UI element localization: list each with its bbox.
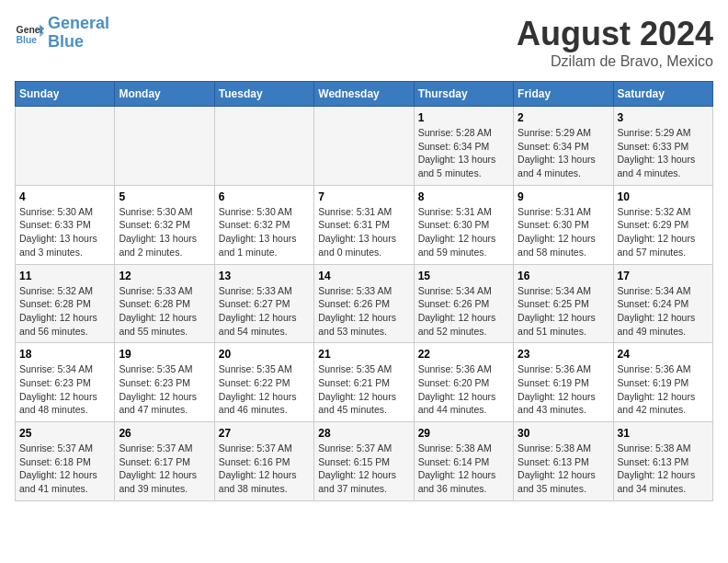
- day-info: Sunrise: 5:37 AM Sunset: 6:15 PM Dayligh…: [318, 442, 409, 496]
- day-number: 25: [19, 427, 110, 440]
- table-row: 17Sunrise: 5:34 AM Sunset: 6:24 PM Dayli…: [613, 264, 712, 343]
- table-row: 6Sunrise: 5:30 AM Sunset: 6:32 PM Daylig…: [214, 185, 313, 264]
- table-row: 21Sunrise: 5:35 AM Sunset: 6:21 PM Dayli…: [314, 343, 414, 422]
- day-number: 13: [219, 270, 310, 282]
- table-row: 16Sunrise: 5:34 AM Sunset: 6:25 PM Dayli…: [514, 264, 613, 343]
- calendar-week-row: 18Sunrise: 5:34 AM Sunset: 6:23 PM Dayli…: [16, 343, 713, 422]
- table-row: 10Sunrise: 5:32 AM Sunset: 6:29 PM Dayli…: [613, 185, 712, 264]
- day-info: Sunrise: 5:34 AM Sunset: 6:26 PM Dayligh…: [418, 284, 509, 339]
- day-info: Sunrise: 5:33 AM Sunset: 6:28 PM Dayligh…: [119, 284, 210, 339]
- day-info: Sunrise: 5:37 AM Sunset: 6:17 PM Dayligh…: [119, 442, 210, 496]
- day-info: Sunrise: 5:35 AM Sunset: 6:22 PM Dayligh…: [219, 362, 310, 417]
- table-row: 9Sunrise: 5:31 AM Sunset: 6:30 PM Daylig…: [514, 185, 613, 264]
- table-row: 23Sunrise: 5:36 AM Sunset: 6:19 PM Dayli…: [514, 343, 613, 422]
- day-number: 26: [119, 427, 210, 440]
- table-row: 5Sunrise: 5:30 AM Sunset: 6:32 PM Daylig…: [115, 185, 214, 264]
- day-number: 3: [618, 111, 709, 124]
- table-row: [314, 107, 414, 186]
- table-row: 30Sunrise: 5:38 AM Sunset: 6:13 PM Dayli…: [514, 422, 613, 501]
- table-row: 14Sunrise: 5:33 AM Sunset: 6:26 PM Dayli…: [314, 264, 414, 343]
- day-number: 4: [19, 190, 110, 203]
- logo: General Blue General Blue: [15, 15, 109, 52]
- day-number: 28: [318, 427, 409, 440]
- day-number: 29: [418, 427, 509, 440]
- day-info: Sunrise: 5:38 AM Sunset: 6:13 PM Dayligh…: [518, 442, 609, 496]
- table-row: 19Sunrise: 5:35 AM Sunset: 6:23 PM Dayli…: [115, 343, 214, 422]
- table-row: 18Sunrise: 5:34 AM Sunset: 6:23 PM Dayli…: [16, 343, 115, 422]
- day-info: Sunrise: 5:36 AM Sunset: 6:19 PM Dayligh…: [518, 362, 609, 417]
- table-row: 3Sunrise: 5:29 AM Sunset: 6:33 PM Daylig…: [613, 107, 712, 186]
- day-info: Sunrise: 5:28 AM Sunset: 6:34 PM Dayligh…: [418, 126, 509, 180]
- day-number: 21: [318, 348, 409, 361]
- day-number: 24: [618, 348, 709, 361]
- day-info: Sunrise: 5:30 AM Sunset: 6:32 PM Dayligh…: [219, 205, 310, 259]
- day-number: 27: [219, 427, 310, 440]
- table-row: [214, 107, 313, 186]
- table-row: 27Sunrise: 5:37 AM Sunset: 6:16 PM Dayli…: [214, 422, 313, 501]
- day-info: Sunrise: 5:34 AM Sunset: 6:24 PM Dayligh…: [618, 284, 709, 339]
- logo-icon: General Blue: [15, 18, 44, 48]
- calendar-week-row: 25Sunrise: 5:37 AM Sunset: 6:18 PM Dayli…: [16, 422, 713, 501]
- day-info: Sunrise: 5:30 AM Sunset: 6:33 PM Dayligh…: [19, 205, 110, 259]
- day-number: 5: [119, 190, 210, 203]
- table-row: 7Sunrise: 5:31 AM Sunset: 6:31 PM Daylig…: [314, 185, 414, 264]
- day-number: 23: [518, 348, 609, 361]
- table-row: 8Sunrise: 5:31 AM Sunset: 6:30 PM Daylig…: [414, 185, 513, 264]
- day-info: Sunrise: 5:33 AM Sunset: 6:26 PM Dayligh…: [318, 284, 409, 339]
- day-info: Sunrise: 5:36 AM Sunset: 6:19 PM Dayligh…: [618, 362, 709, 417]
- table-row: 1Sunrise: 5:28 AM Sunset: 6:34 PM Daylig…: [414, 107, 513, 186]
- page-header: General Blue General Blue August 2024 Dz…: [15, 15, 713, 70]
- day-info: Sunrise: 5:37 AM Sunset: 6:18 PM Dayligh…: [19, 442, 110, 496]
- day-info: Sunrise: 5:32 AM Sunset: 6:29 PM Dayligh…: [618, 205, 709, 259]
- day-info: Sunrise: 5:37 AM Sunset: 6:16 PM Dayligh…: [219, 442, 310, 496]
- day-info: Sunrise: 5:29 AM Sunset: 6:33 PM Dayligh…: [618, 126, 709, 180]
- header-saturday: Saturday: [613, 82, 712, 107]
- location-subtitle: Dzilam de Bravo, Mexico: [517, 53, 713, 70]
- day-number: 6: [219, 190, 310, 203]
- day-info: Sunrise: 5:34 AM Sunset: 6:25 PM Dayligh…: [518, 284, 609, 339]
- day-info: Sunrise: 5:38 AM Sunset: 6:13 PM Dayligh…: [618, 442, 709, 496]
- day-number: 12: [119, 270, 210, 282]
- day-info: Sunrise: 5:32 AM Sunset: 6:28 PM Dayligh…: [19, 284, 110, 339]
- calendar-table: Sunday Monday Tuesday Wednesday Thursday…: [15, 81, 713, 501]
- day-number: 20: [219, 348, 310, 361]
- day-number: 19: [119, 348, 210, 361]
- table-row: 4Sunrise: 5:30 AM Sunset: 6:33 PM Daylig…: [16, 185, 115, 264]
- table-row: 25Sunrise: 5:37 AM Sunset: 6:18 PM Dayli…: [16, 422, 115, 501]
- table-row: 22Sunrise: 5:36 AM Sunset: 6:20 PM Dayli…: [414, 343, 513, 422]
- day-number: 7: [318, 190, 409, 203]
- table-row: 24Sunrise: 5:36 AM Sunset: 6:19 PM Dayli…: [613, 343, 712, 422]
- table-row: 31Sunrise: 5:38 AM Sunset: 6:13 PM Dayli…: [613, 422, 712, 501]
- table-row: 11Sunrise: 5:32 AM Sunset: 6:28 PM Dayli…: [16, 264, 115, 343]
- day-info: Sunrise: 5:31 AM Sunset: 6:30 PM Dayligh…: [418, 205, 509, 259]
- day-info: Sunrise: 5:31 AM Sunset: 6:30 PM Dayligh…: [518, 205, 609, 259]
- weekday-header-row: Sunday Monday Tuesday Wednesday Thursday…: [16, 82, 713, 107]
- day-number: 31: [618, 427, 709, 440]
- day-number: 17: [618, 270, 709, 282]
- calendar-week-row: 11Sunrise: 5:32 AM Sunset: 6:28 PM Dayli…: [16, 264, 713, 343]
- svg-text:Blue: Blue: [17, 35, 38, 45]
- day-number: 2: [518, 111, 609, 124]
- day-number: 11: [19, 270, 110, 282]
- day-number: 30: [518, 427, 609, 440]
- day-info: Sunrise: 5:34 AM Sunset: 6:23 PM Dayligh…: [19, 362, 110, 417]
- table-row: 12Sunrise: 5:33 AM Sunset: 6:28 PM Dayli…: [115, 264, 214, 343]
- day-number: 15: [418, 270, 509, 282]
- title-block: August 2024 Dzilam de Bravo, Mexico: [517, 15, 713, 70]
- header-monday: Monday: [115, 82, 214, 107]
- table-row: 20Sunrise: 5:35 AM Sunset: 6:22 PM Dayli…: [214, 343, 313, 422]
- day-info: Sunrise: 5:31 AM Sunset: 6:31 PM Dayligh…: [318, 205, 409, 259]
- table-row: 2Sunrise: 5:29 AM Sunset: 6:34 PM Daylig…: [514, 107, 613, 186]
- header-wednesday: Wednesday: [314, 82, 414, 107]
- table-row: 15Sunrise: 5:34 AM Sunset: 6:26 PM Dayli…: [414, 264, 513, 343]
- day-number: 8: [418, 190, 509, 203]
- table-row: 13Sunrise: 5:33 AM Sunset: 6:27 PM Dayli…: [214, 264, 313, 343]
- day-info: Sunrise: 5:30 AM Sunset: 6:32 PM Dayligh…: [119, 205, 210, 259]
- header-friday: Friday: [514, 82, 613, 107]
- day-number: 16: [518, 270, 609, 282]
- day-number: 10: [618, 190, 709, 203]
- header-tuesday: Tuesday: [214, 82, 313, 107]
- day-info: Sunrise: 5:35 AM Sunset: 6:23 PM Dayligh…: [119, 362, 210, 417]
- calendar-week-row: 4Sunrise: 5:30 AM Sunset: 6:33 PM Daylig…: [16, 185, 713, 264]
- header-thursday: Thursday: [414, 82, 513, 107]
